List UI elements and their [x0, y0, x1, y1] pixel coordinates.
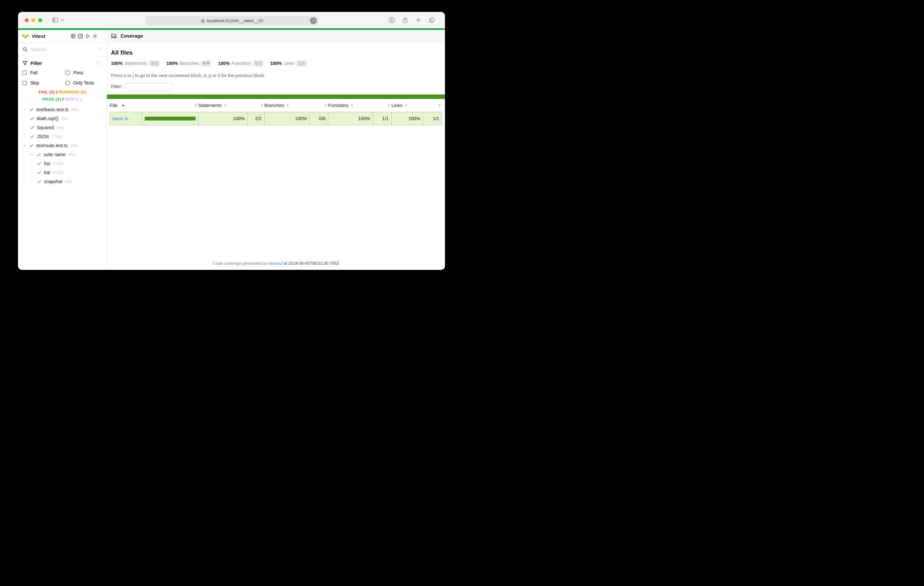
chevron-down-icon[interactable] [30, 153, 37, 156]
tree-item-test-suite-test-ts[interactable]: test/suite.test.ts3ms [18, 141, 107, 150]
column-header-sorter[interactable] [423, 99, 442, 112]
browser-toolbar: localhost:51204/__vitest__/#/ [18, 12, 445, 28]
collapse-tests-icon[interactable] [70, 33, 76, 39]
status-segment: / [61, 97, 64, 102]
browser-window: localhost:51204/__vitest__/#/ [18, 12, 445, 270]
cell-file: basic.ts [110, 112, 142, 125]
status-segment: SKIP (--) [64, 97, 82, 102]
main-panel: Coverage All files 100%Statements2/2100%… [107, 30, 445, 270]
column-label: File [110, 103, 117, 108]
column-header-lines[interactable]: Lines [391, 99, 423, 112]
sort-toggle-icon[interactable] [195, 104, 197, 107]
stat-percent: 100% [111, 61, 122, 66]
sort-toggle-icon[interactable] [224, 104, 227, 107]
zoom-window-button[interactable] [38, 18, 42, 22]
run-status-summary: FAIL (0) / RUNNING (0) PASS (2) / SKIP (… [35, 89, 90, 102]
sidebar-toggle-icon[interactable] [52, 17, 58, 23]
sort-toggle-icon[interactable] [438, 104, 441, 107]
tree-item-suite-name[interactable]: suite name2ms [18, 150, 107, 159]
run-all-icon[interactable] [85, 33, 90, 39]
hint-text: to go to the next uncovered block, [134, 73, 204, 78]
column-header-sorter[interactable] [310, 99, 328, 112]
test-tree: test/basic.test.ts2msMath.sqrt()1msSquar… [18, 105, 107, 270]
filter-checkbox-pass[interactable]: Pass [66, 70, 102, 75]
chevron-down-icon[interactable] [23, 143, 29, 148]
stat-statements: 100%Statements2/2 [111, 60, 160, 66]
tree-item-math-sqrt[interactable]: Math.sqrt()1ms [18, 114, 107, 123]
new-tab-button[interactable] [416, 17, 421, 23]
minimize-window-button[interactable] [31, 18, 35, 22]
column-header-sorter[interactable] [248, 99, 265, 112]
report-footer: Code coverage generated by istanbul at 2… [107, 261, 445, 266]
downloads-button[interactable] [388, 17, 395, 23]
coverage-filter-label: Filter: [111, 84, 122, 89]
tree-item-json[interactable]: JSON< 1ms [18, 132, 107, 141]
checkbox-icon[interactable] [23, 81, 27, 85]
theme-toggle-sun-icon[interactable] [92, 33, 98, 39]
close-window-button[interactable] [25, 18, 29, 22]
vitest-logo-icon [22, 33, 29, 40]
column-header-branches[interactable]: Branches [264, 99, 310, 112]
stat-branches: 100%Branches0/0 [166, 60, 211, 66]
coverage-report: All files 100%Statements2/2100%Branches0… [107, 42, 445, 270]
stat-fraction-badge: 0/0 [201, 60, 211, 66]
column-label: Branches [264, 103, 284, 108]
column-header-functions[interactable]: Functions [328, 99, 373, 112]
filter-checkbox-skip[interactable]: Skip [23, 80, 66, 86]
column-header-sorter[interactable] [142, 99, 198, 112]
sidebar-chevron-icon[interactable] [61, 19, 64, 21]
column-header-statements[interactable]: Statements [198, 99, 248, 112]
pass-check-icon [37, 152, 41, 157]
sidebar-header: Vitest [18, 30, 107, 43]
sidebar: Vitest [18, 30, 107, 270]
checkbox-icon[interactable] [66, 71, 70, 75]
tree-item-label: Squared [37, 125, 54, 130]
column-label: Lines [391, 103, 403, 108]
column-header-file[interactable]: File [110, 99, 142, 112]
tree-item-squared[interactable]: Squared1ms [18, 123, 107, 132]
sort-toggle-icon[interactable] [388, 104, 390, 107]
app-title: Vitest [32, 33, 45, 39]
share-button[interactable] [402, 17, 408, 23]
hint-text: Press [111, 73, 124, 78]
filter-checkbox-fail[interactable]: Fail [23, 70, 66, 75]
tree-item-duration: 1ms [61, 116, 68, 121]
url-more-button[interactable] [310, 17, 317, 24]
dashboard-icon[interactable] [78, 33, 83, 39]
column-header-sorter[interactable] [373, 99, 391, 112]
screenshot-root: localhost:51204/__vitest__/#/ [0, 0, 462, 293]
coverage-panel-header: Coverage [107, 30, 445, 42]
checkbox-icon[interactable] [66, 81, 70, 85]
tree-guide-line [31, 160, 31, 184]
tree-item-duration: < 1ms [53, 170, 64, 175]
file-link[interactable]: basic.ts [112, 116, 128, 121]
checkbox-label: Pass [73, 70, 83, 75]
clear-search-filter-icon[interactable] [97, 47, 102, 52]
tab-overview-button[interactable] [429, 17, 435, 23]
cell-functions-pct: 100% [328, 112, 373, 125]
coverage-filter-input[interactable] [125, 83, 173, 90]
address-bar[interactable]: localhost:51204/__vitest__/#/ [146, 16, 318, 25]
coverage-table-header-row: FileStatementsBranchesFunctionsLines [110, 99, 442, 112]
column-label: Statements [198, 103, 222, 108]
tree-item-duration: 2ms [68, 152, 76, 157]
chevron-down-icon[interactable] [23, 108, 29, 112]
checkbox-icon[interactable] [23, 71, 27, 75]
sort-toggle-icon[interactable] [287, 104, 289, 107]
clear-filter-icon[interactable] [96, 61, 101, 66]
sort-toggle-icon[interactable] [261, 104, 263, 107]
footer-timestamp: 2024-08-05T08:51:30.705Z [288, 261, 339, 266]
tree-item-label: foo [44, 161, 50, 166]
status-line-fail-running: FAIL (0) / RUNNING (0) [39, 89, 86, 96]
pass-check-icon [37, 161, 41, 166]
istanbul-link[interactable]: istanbul [268, 261, 282, 266]
sort-toggle-icon[interactable] [324, 104, 327, 107]
pass-check-icon [29, 107, 34, 112]
filter-checkbox-only-tests[interactable]: Only Tests [66, 80, 102, 86]
hint-text: for the previous block. [220, 73, 265, 78]
search-input[interactable] [31, 47, 94, 52]
checkbox-label: Fail [30, 70, 38, 75]
sort-toggle-icon[interactable] [351, 104, 353, 107]
tree-item-test-basic-test-ts[interactable]: test/basic.test.ts2ms [18, 105, 107, 114]
sort-toggle-icon[interactable] [405, 104, 408, 107]
